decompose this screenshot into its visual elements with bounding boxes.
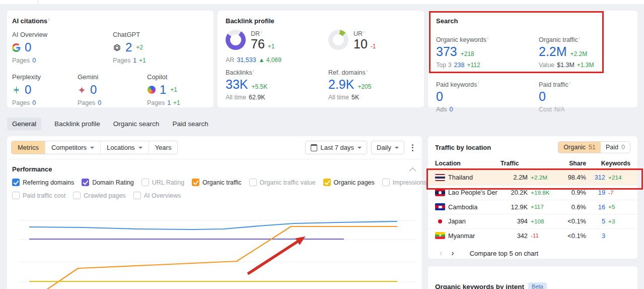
ai-citation-value-row: 0 (78, 83, 147, 96)
location-row[interactable]: Cambodia12.9K+1170.6%16+5 (428, 200, 637, 214)
info-icon[interactable]: i (569, 81, 570, 85)
ai-citation-count[interactable]: 0 (25, 84, 31, 96)
collapse-section-icon[interactable] (409, 167, 416, 174)
metric-checkbox[interactable]: Domain Rating (82, 179, 134, 186)
keywords-value[interactable]: 16 (589, 203, 605, 211)
pages-count[interactable]: 0 (98, 99, 101, 106)
chevron-down-icon (90, 147, 94, 149)
ai-citation-count[interactable]: 0 (25, 41, 31, 53)
backlink-profile-title: Backlink profile (218, 11, 424, 25)
metric-checkbox[interactable]: Paid traffic cost (12, 192, 65, 199)
competitors-dropdown[interactable]: Competitors (45, 141, 100, 154)
date-range-dropdown[interactable]: Last 7 days (305, 141, 368, 154)
location-name[interactable]: Japan (448, 217, 497, 225)
keywords-by-intent-title: Organic keywords by intent (435, 283, 524, 289)
keywords-value[interactable]: 3 (589, 232, 605, 240)
ai-citation-count[interactable]: 0 (90, 84, 97, 96)
backlinks-value[interactable]: 33K+5.5K (226, 78, 328, 92)
granularity-dropdown[interactable]: Daily (371, 141, 404, 154)
metric-checkbox[interactable]: AI Overviews (133, 192, 181, 199)
keywords-value[interactable]: 19 (589, 189, 605, 196)
section-tabs: General Backlink profile Organic search … (7, 118, 208, 130)
metric-checkbox[interactable]: Organic traffic value (249, 179, 316, 186)
toggle-paid[interactable]: Paid0 (601, 142, 630, 153)
info-icon[interactable]: i (261, 30, 262, 34)
keywords-value[interactable]: 312 (589, 174, 605, 181)
tab-backlink-profile[interactable]: Backlink profile (54, 118, 100, 130)
ai-citation-count[interactable]: 2 (125, 41, 132, 53)
copilot-icon (147, 86, 156, 94)
keywords-delta: +5 (608, 203, 630, 210)
pages-count[interactable]: 0 (32, 99, 36, 106)
location-row[interactable]: Thailand2.2M+2.2M98.4%312+214 (428, 169, 637, 185)
location-name[interactable]: Cambodia (448, 203, 497, 211)
metric-checkbox[interactable]: Referring domains (12, 179, 74, 186)
location-row[interactable]: Japan394+108<0.1%5+3 (428, 214, 637, 228)
info-icon[interactable]: i (364, 30, 365, 34)
tab-general[interactable]: General (7, 118, 41, 130)
metric-checkbox-label: URL Rating (152, 179, 184, 186)
paid-keywords-value[interactable]: 0 (436, 90, 539, 104)
metric-checkbox-row-2: Paid traffic costCrawled pagesAI Overvie… (7, 192, 422, 199)
metric-checkbox[interactable]: URL Rating (141, 179, 184, 186)
unchecked-checkbox-icon (249, 179, 257, 186)
dr-value: 76+1 (251, 37, 275, 51)
ai-citation-stat: Gemini0Pages0 (78, 73, 147, 106)
metric-checkbox-label: Crawled pages (84, 192, 125, 199)
prev-page-button[interactable]: ‹ (435, 249, 447, 257)
pages-count[interactable]: 1 (133, 57, 136, 64)
ref-domains-value[interactable]: 2.9K+205 (328, 78, 416, 92)
chevron-down-icon (395, 147, 399, 149)
dr-donut-chart (226, 30, 246, 50)
location-row[interactable]: Lao People's Democratic Reput20.2K+19.8K… (428, 185, 637, 200)
ai-citation-count[interactable]: 1 (160, 84, 166, 96)
organic-traffic-value[interactable]: 2.2M+2.2M (539, 45, 629, 59)
organic-keywords-value[interactable]: 373+218 (436, 45, 539, 59)
location-row[interactable]: Myanmar342-11<0.1%3 (428, 228, 637, 243)
traffic-value: 342 (500, 232, 528, 240)
pages-label: Pages (113, 57, 130, 64)
keywords-value[interactable]: 5 (589, 217, 605, 225)
metrics-button[interactable]: Metrics (12, 141, 45, 154)
compare-top5-link[interactable]: Compare top 5 on chart (470, 250, 539, 257)
top-strip-divider (38, 0, 38, 4)
location-name[interactable]: Lao People's Democratic Reput (448, 189, 497, 196)
info-icon[interactable]: i (478, 81, 479, 85)
next-page-button[interactable]: › (447, 249, 458, 257)
info-icon[interactable]: i (48, 17, 49, 22)
info-icon[interactable]: i (367, 69, 368, 73)
flag-mm-icon (435, 232, 445, 239)
pages-count[interactable]: 0 (32, 57, 36, 64)
info-icon[interactable]: i (579, 36, 580, 40)
info-icon[interactable]: i (253, 69, 254, 73)
traffic-by-location-panel: Traffic by location Organic51 Paid0 Loca… (428, 136, 637, 259)
metric-checkbox[interactable]: Impressions (382, 179, 426, 186)
toggle-organic[interactable]: Organic51 (558, 142, 601, 153)
ur-value: 10-1 (353, 37, 376, 51)
performance-chart[interactable] (7, 203, 422, 289)
metric-checkbox[interactable]: Crawled pages (73, 192, 125, 199)
metric-checkbox[interactable]: Organic traffic (192, 179, 242, 186)
more-options-button[interactable] (408, 141, 417, 154)
domain-overview-page: AI citationsi AI Overview0Pages0ChatGPT2… (0, 0, 644, 289)
metric-checkbox-label: Organic traffic value (260, 179, 316, 186)
tab-organic-search[interactable]: Organic search (113, 118, 160, 130)
metric-checkbox-label: Domain Rating (92, 179, 134, 186)
years-button[interactable]: Years (149, 141, 178, 154)
traffic-delta: -11 (531, 232, 557, 239)
info-icon[interactable]: i (487, 36, 488, 40)
metric-checkbox-label: Referring domains (23, 179, 74, 186)
ai-pages-line: Pages1+1 (113, 57, 213, 64)
pages-count[interactable]: 1 (167, 99, 171, 106)
ai-citation-stat: Copilot1+1Pages1+1 (147, 73, 213, 106)
metric-checkbox[interactable]: Organic pages (323, 179, 375, 186)
location-name[interactable]: Thailand (448, 174, 497, 181)
checked-checkbox-icon (12, 179, 20, 186)
location-table-footer: ‹ › Compare top 5 on chart (428, 243, 637, 264)
calendar-icon (311, 144, 317, 151)
ai-citations-card: AI citationsi AI Overview0Pages0ChatGPT2… (7, 11, 213, 107)
paid-traffic-value[interactable]: 0 (539, 90, 629, 104)
tab-paid-search[interactable]: Paid search (172, 118, 208, 130)
locations-dropdown[interactable]: Locations (100, 141, 149, 154)
location-name[interactable]: Myanmar (448, 232, 497, 240)
